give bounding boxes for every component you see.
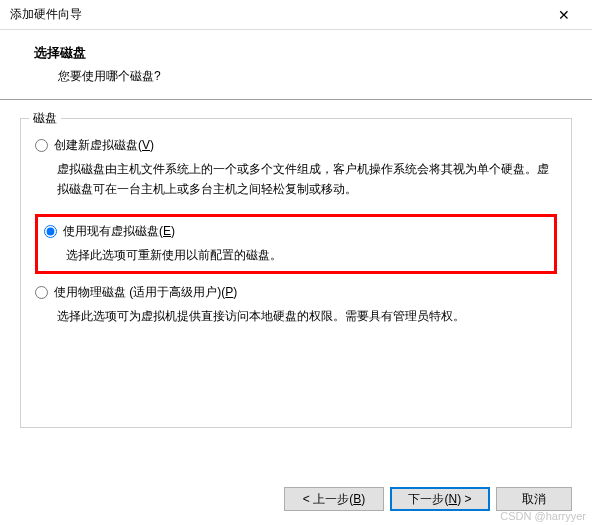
option-label: 创建新虚拟磁盘(V) [54, 137, 154, 154]
option-label: 使用物理磁盘 (适用于高级用户)(P) [54, 284, 237, 301]
page-title: 选择磁盘 [34, 44, 568, 62]
option-desc-use-physical: 选择此选项可为虚拟机提供直接访问本地硬盘的权限。需要具有管理员特权。 [57, 307, 557, 327]
option-use-physical-disk[interactable]: 使用物理磁盘 (适用于高级用户)(P) [35, 282, 557, 303]
wizard-header: 选择磁盘 您要使用哪个磁盘? [0, 30, 592, 99]
radio-use-existing-disk[interactable] [44, 225, 57, 238]
page-subtitle: 您要使用哪个磁盘? [58, 68, 568, 85]
option-create-new-disk[interactable]: 创建新虚拟磁盘(V) [35, 135, 557, 156]
fieldset-legend: 磁盘 [29, 110, 61, 127]
back-button[interactable]: < 上一步(B) [284, 487, 384, 511]
disk-fieldset: 磁盘 创建新虚拟磁盘(V) 虚拟磁盘由主机文件系统上的一个或多个文件组成，客户机… [20, 118, 572, 428]
titlebar: 添加硬件向导 ✕ [0, 0, 592, 30]
close-button[interactable]: ✕ [544, 1, 584, 29]
highlight-box: 使用现有虚拟磁盘(E) 选择此选项可重新使用以前配置的磁盘。 [35, 214, 557, 275]
radio-use-physical-disk[interactable] [35, 286, 48, 299]
wizard-footer: < 上一步(B) 下一步(N) > 取消 [284, 487, 572, 511]
window-title: 添加硬件向导 [10, 6, 82, 23]
option-use-existing-disk[interactable]: 使用现有虚拟磁盘(E) [44, 221, 548, 242]
content-area: 磁盘 创建新虚拟磁盘(V) 虚拟磁盘由主机文件系统上的一个或多个文件组成，客户机… [0, 100, 592, 428]
next-button[interactable]: 下一步(N) > [390, 487, 490, 511]
option-label: 使用现有虚拟磁盘(E) [63, 223, 175, 240]
option-desc-use-existing: 选择此选项可重新使用以前配置的磁盘。 [66, 246, 548, 266]
cancel-button[interactable]: 取消 [496, 487, 572, 511]
close-icon: ✕ [558, 7, 570, 23]
radio-create-new-disk[interactable] [35, 139, 48, 152]
watermark: CSDN @harryyer [500, 510, 586, 522]
option-desc-create-new: 虚拟磁盘由主机文件系统上的一个或多个文件组成，客户机操作系统会将其视为单个硬盘。… [57, 160, 557, 200]
